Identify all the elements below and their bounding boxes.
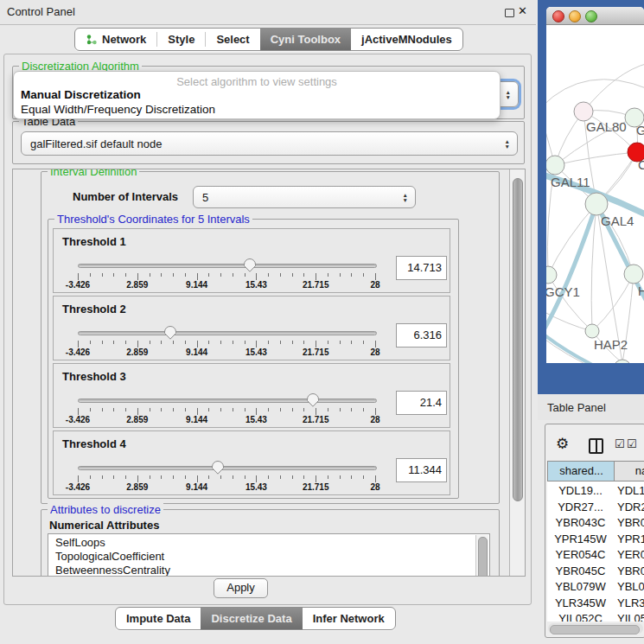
network-node[interactable] bbox=[624, 265, 643, 284]
close-traffic-light[interactable] bbox=[552, 10, 564, 22]
network-node[interactable] bbox=[614, 360, 631, 363]
tick-mark bbox=[173, 408, 174, 411]
tick-label: 28 bbox=[357, 280, 393, 290]
tick-mark bbox=[113, 273, 114, 277]
node-table-rows[interactable]: YDL19...YDL19...YDR27...YDR27...YBR043CY… bbox=[547, 481, 644, 622]
network-node-label: C bbox=[638, 157, 644, 172]
tick-mark bbox=[256, 341, 257, 348]
network-node[interactable] bbox=[585, 324, 599, 338]
cell-shared-name: YDL19... bbox=[547, 484, 614, 497]
number-of-intervals-combobox[interactable]: 5 ▲▼ bbox=[193, 186, 416, 208]
numerical-attributes-list[interactable]: SelfLoopsTopologicalCoefficientBetweenne… bbox=[48, 533, 490, 577]
table-row[interactable]: YPR145WYPR145W bbox=[547, 532, 644, 549]
tick-mark bbox=[245, 341, 245, 344]
tab-jactivemnodules[interactable]: jActiveMNodules bbox=[351, 29, 462, 50]
network-canvas[interactable]: GAL80GACGAL11GAL4GCY1HHAP2 bbox=[546, 24, 644, 363]
tick-mark bbox=[363, 475, 364, 479]
tick-mark bbox=[340, 475, 341, 479]
close-icon[interactable]: ✕ bbox=[518, 4, 527, 17]
table-row[interactable]: YLR345WYLR345W bbox=[547, 596, 644, 613]
option-equal-width-frequency[interactable]: Equal Width/Frequency Discretization bbox=[21, 103, 215, 116]
threshold-value-field[interactable]: 21.4 bbox=[396, 391, 447, 415]
float-window-icon[interactable] bbox=[505, 9, 514, 17]
tick-mark bbox=[150, 408, 150, 411]
attributes-scrollbar-thumb[interactable] bbox=[478, 537, 488, 577]
tick-mark bbox=[233, 475, 233, 479]
threshold-slider-thumb[interactable] bbox=[243, 258, 257, 272]
table-hscrollbar-thumb[interactable] bbox=[550, 625, 640, 634]
column-header-name[interactable]: name bbox=[614, 461, 644, 481]
column-header-shared-name[interactable]: shared... bbox=[547, 461, 615, 481]
zoom-traffic-light[interactable] bbox=[585, 10, 597, 22]
tick-mark bbox=[185, 341, 186, 344]
cell-shared-name: YDR27... bbox=[547, 501, 614, 513]
cell-shared-name: YBL079W bbox=[547, 580, 614, 593]
table-horizontal-scrollbar[interactable] bbox=[548, 623, 643, 634]
tick-mark bbox=[268, 408, 269, 411]
cyni-mode-tabs: Impute Data Discretize Data Infer Networ… bbox=[115, 607, 396, 630]
tick-mark bbox=[303, 475, 304, 479]
slider-ticks: -3.4262.8599.14415.4321.71528 bbox=[54, 296, 450, 360]
panel-scrollbar-thumb[interactable] bbox=[513, 178, 523, 501]
threshold-slider-thumb[interactable] bbox=[211, 460, 225, 475]
algorithm-hint: Select algorithm to view settings bbox=[14, 75, 500, 88]
tick-mark bbox=[90, 273, 91, 277]
threshold-slider-thumb[interactable] bbox=[163, 325, 177, 340]
table-row[interactable]: YER054CYER054C bbox=[547, 548, 644, 564]
tab-impute-data[interactable]: Impute Data bbox=[116, 608, 201, 629]
attribute-item[interactable]: TopologicalCoefficient bbox=[48, 550, 489, 564]
apply-button[interactable]: Apply bbox=[214, 578, 268, 598]
tick-mark bbox=[208, 408, 209, 411]
tab-select[interactable]: Select bbox=[206, 29, 259, 50]
tick-label: 15.43 bbox=[238, 280, 274, 290]
select-none-checkbox-icon[interactable]: ☑ bbox=[627, 437, 637, 450]
tick-label: 28 bbox=[357, 415, 393, 424]
tab-discretize-data[interactable]: Discretize Data bbox=[201, 608, 302, 629]
attributes-list-scrollbar[interactable] bbox=[475, 535, 488, 577]
threshold-value-field[interactable]: 11.344 bbox=[396, 458, 447, 482]
threshold-block: Threshold 4 -3.4262.8599.14415.4321.7152… bbox=[53, 430, 450, 495]
minimize-traffic-light[interactable] bbox=[569, 10, 581, 22]
network-window-titlebar[interactable] bbox=[546, 7, 644, 25]
threshold-value-field[interactable]: 6.316 bbox=[396, 323, 447, 348]
table-data-combobox[interactable]: galFiltered.sif default node ▲▼ bbox=[21, 131, 518, 156]
tick-label: -3.426 bbox=[60, 280, 96, 290]
tab-cyni-toolbox[interactable]: Cyni Toolbox bbox=[260, 29, 351, 50]
network-node[interactable] bbox=[546, 266, 557, 284]
threshold-slider-thumb[interactable] bbox=[306, 392, 320, 407]
tick-mark bbox=[90, 341, 91, 344]
attribute-item[interactable]: SelfLoops bbox=[48, 536, 489, 550]
table-row[interactable]: YBR045CYBR045C bbox=[547, 564, 644, 581]
tab-style[interactable]: Style bbox=[157, 29, 205, 50]
tick-mark bbox=[375, 341, 376, 348]
tick-label: 15.43 bbox=[238, 348, 274, 357]
network-node[interactable] bbox=[574, 102, 593, 121]
threshold-block: Threshold 1 -3.4262.8599.14415.4321.7152… bbox=[53, 228, 450, 293]
column-layout-icon[interactable] bbox=[589, 438, 603, 454]
tab-network[interactable]: Network bbox=[75, 29, 156, 50]
table-row[interactable]: YIL052CYIL052C bbox=[547, 612, 644, 622]
network-node[interactable] bbox=[585, 193, 608, 215]
tick-mark bbox=[316, 408, 316, 415]
attribute-item[interactable]: BetweennessCentrality bbox=[48, 564, 489, 577]
tick-mark bbox=[220, 341, 221, 344]
select-all-checkbox-icon[interactable]: ☑ bbox=[615, 437, 625, 450]
table-row[interactable]: YBR043CYBR043C bbox=[547, 516, 644, 532]
network-node-label: H bbox=[638, 284, 644, 298]
option-manual-discretization[interactable]: Manual Discretization bbox=[21, 88, 141, 101]
tick-label: 28 bbox=[357, 482, 393, 492]
cell-name: YLR345W bbox=[617, 596, 644, 609]
table-settings-gear-icon[interactable]: ⚙ bbox=[556, 435, 569, 453]
tick-mark bbox=[351, 475, 352, 479]
threshold-value-field[interactable]: 14.713 bbox=[396, 256, 447, 280]
tick-mark bbox=[113, 341, 114, 344]
tick-mark bbox=[280, 341, 281, 344]
table-row[interactable]: YDL19...YDL19... bbox=[547, 484, 644, 501]
tick-mark bbox=[125, 273, 126, 277]
panel-vertical-scrollbar[interactable] bbox=[509, 169, 525, 576]
network-node[interactable] bbox=[546, 156, 564, 175]
table-row[interactable]: YBL079WYBL079W bbox=[547, 580, 644, 596]
table-row[interactable]: YDR27...YDR27... bbox=[547, 501, 644, 517]
tick-mark bbox=[363, 408, 364, 411]
tab-infer-network[interactable]: Infer Network bbox=[303, 608, 395, 629]
